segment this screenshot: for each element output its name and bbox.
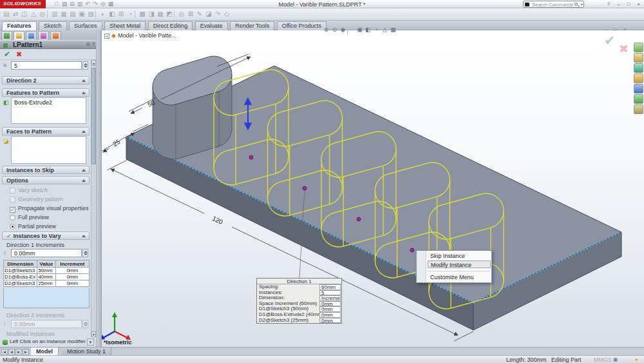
list-item[interactable]: Boss-Extrude2 [12, 98, 86, 106]
toolbar-button[interactable]: ▥ [50, 10, 59, 19]
table-row[interactable]: D2@Sketch325mm0mm [4, 280, 90, 287]
close-button[interactable]: × [634, 1, 643, 7]
section-instances-to-skip[interactable]: Instances to Skip [2, 166, 90, 174]
toolbar-button[interactable]: ⇄ [11, 10, 20, 19]
view-tool-button[interactable]: ▦ [389, 26, 397, 34]
status-tag-icon[interactable]: ● [635, 357, 638, 362]
search-input[interactable]: Search Commands [532, 2, 573, 8]
toolbar-button[interactable]: ◫ [20, 10, 29, 19]
toolbar-button[interactable]: ▨ [86, 10, 95, 19]
solidworks-resources-icon[interactable] [634, 43, 643, 52]
propagate-visual-properties-option[interactable]: ✓Propagate visual properties [10, 205, 89, 213]
toolbar-button[interactable]: ◧ [108, 10, 117, 19]
status-sheet-icon[interactable]: ▣ [613, 357, 618, 362]
checkbox-icon[interactable] [10, 197, 15, 202]
tab-sketch[interactable]: Sketch [39, 21, 67, 30]
dimension-25-label[interactable]: 25 [111, 138, 122, 148]
design-library-icon[interactable] [634, 53, 643, 63]
table-row[interactable]: D1@Boss-Ex40mm0mm [4, 274, 90, 280]
faces-to-pattern-listbox[interactable] [11, 136, 86, 164]
tab-direct-editing[interactable]: Direct Editing [148, 21, 193, 30]
tab-evaluate[interactable]: Evaluate [195, 21, 228, 30]
tab-render-tools[interactable]: Render Tools [230, 21, 274, 30]
search-caret-icon[interactable]: ▾ [581, 2, 583, 6]
tab-features[interactable]: Features [2, 21, 37, 30]
configuration-manager-tab[interactable] [26, 31, 37, 40]
toolbar-button[interactable]: ◎ [38, 10, 47, 19]
view-tool-button[interactable]: ◔ [372, 26, 381, 34]
viewport-feature-tree[interactable]: +◆Model - Varible Patte... [104, 32, 176, 39]
table-selection-area[interactable] [3, 288, 90, 308]
doc-close-button[interactable]: × [621, 26, 629, 32]
search-icon[interactable] [574, 3, 578, 6]
toolbar-button[interactable]: ▦ [156, 10, 165, 19]
qat-button[interactable]: ▧ [61, 0, 68, 8]
section-features-to-pattern[interactable]: Features to Pattern [2, 88, 90, 97]
instance-modifier-dot[interactable] [357, 217, 361, 221]
toolbar-button[interactable]: ✎ [195, 10, 204, 19]
instance-count-stepper[interactable] [82, 61, 88, 70]
help-icon[interactable]: ? [604, 1, 612, 7]
view-palette-icon[interactable] [634, 84, 643, 93]
tab-nav-button[interactable]: ◄ [8, 349, 15, 355]
search-commands-box[interactable]: Search Commands ▾ [523, 1, 584, 8]
tab-office-products[interactable]: Office Products [277, 21, 327, 30]
restore-button[interactable]: □ [624, 1, 632, 7]
expander-icon[interactable]: + [104, 34, 109, 39]
menu-item-skip-instance[interactable]: Skip Instance [428, 252, 491, 260]
view-tool-button[interactable]: △ [381, 26, 389, 34]
toolbar-button[interactable]: ⊠ [186, 10, 195, 19]
toolbar-button[interactable]: △ [29, 10, 38, 19]
tab-nav-button[interactable]: ◄ [1, 349, 8, 355]
direction1-increment-stepper[interactable] [82, 249, 88, 257]
section-direction2[interactable]: Direction 2 [2, 76, 90, 84]
instance-modifier-dot[interactable] [303, 186, 307, 190]
panel-splitter[interactable] [97, 30, 102, 347]
dimension-120-label[interactable]: 120 [211, 215, 224, 226]
radio-icon[interactable] [10, 215, 15, 221]
scroll-down-button[interactable]: ▼ [87, 338, 94, 346]
feature-manager-tab[interactable] [1, 31, 12, 40]
dimxpert-manager-tab[interactable] [38, 31, 49, 40]
tab-surfaces[interactable]: Surfaces [69, 21, 102, 30]
qat-button[interactable]: □ [53, 0, 61, 8]
section-faces-to-pattern[interactable]: Faces to Pattern [2, 127, 90, 135]
ok-button[interactable]: ✔ [4, 50, 10, 59]
section-instances-to-vary[interactable]: ✓Instances to Vary [2, 231, 90, 240]
instance-modifier-dot[interactable] [249, 155, 253, 159]
search-pane-icon[interactable] [634, 74, 643, 83]
scroll-up-icon[interactable]: ▲ [91, 60, 96, 66]
geometry-pattern-option[interactable]: Geometry pattern [10, 196, 63, 204]
checkbox-icon[interactable] [10, 188, 15, 193]
toolbar-button[interactable]: ⊞ [117, 10, 126, 19]
toolbar-button[interactable]: ◎ [177, 10, 186, 19]
appearances-icon[interactable] [634, 94, 643, 104]
instance-modifier-dot[interactable] [410, 248, 414, 252]
direction1-increment-input[interactable]: 0.00mm [11, 249, 82, 257]
status-units[interactable]: MMGS [594, 357, 612, 363]
file-explorer-icon[interactable] [634, 63, 643, 73]
toolbar-button[interactable]: ◇ [222, 10, 231, 19]
vary-sketch-option[interactable]: Vary sketch [10, 187, 48, 195]
property-manager-tab[interactable] [14, 31, 24, 41]
tab-nav-button[interactable]: ► [23, 349, 29, 355]
confirmation-corner-cancel-icon[interactable]: ✖ [619, 42, 629, 56]
viewport-tree-label[interactable]: Model - Varible Patte... [118, 32, 176, 39]
toolbar-button[interactable]: ▦ [59, 10, 68, 19]
qat-button[interactable]: ▦ [107, 0, 115, 8]
view-tool-button[interactable]: ⊕ [322, 26, 330, 34]
toolbar-button[interactable]: ◨ [147, 10, 156, 19]
toolbar-button[interactable]: ◔ [126, 10, 135, 19]
qat-button[interactable]: ⊟ [68, 0, 76, 8]
radio-selected-icon[interactable] [10, 224, 15, 230]
vary-dimensions-table[interactable]: Dimension Value Increment D1@Sketch350mm… [3, 260, 90, 287]
qat-button[interactable]: ▥ [76, 0, 84, 8]
tab-nav-button[interactable]: ► [15, 349, 22, 355]
qat-button[interactable]: ◎ [99, 0, 107, 8]
doc-restore-button[interactable]: □ [611, 26, 620, 32]
minimize-button[interactable]: – [614, 1, 623, 7]
help-icon[interactable]: ? [92, 41, 95, 47]
qat-button[interactable]: ↷ [91, 0, 99, 8]
display-manager-tab[interactable] [50, 31, 61, 40]
panel-scrollbar[interactable]: ▲ ▼ [91, 60, 96, 337]
